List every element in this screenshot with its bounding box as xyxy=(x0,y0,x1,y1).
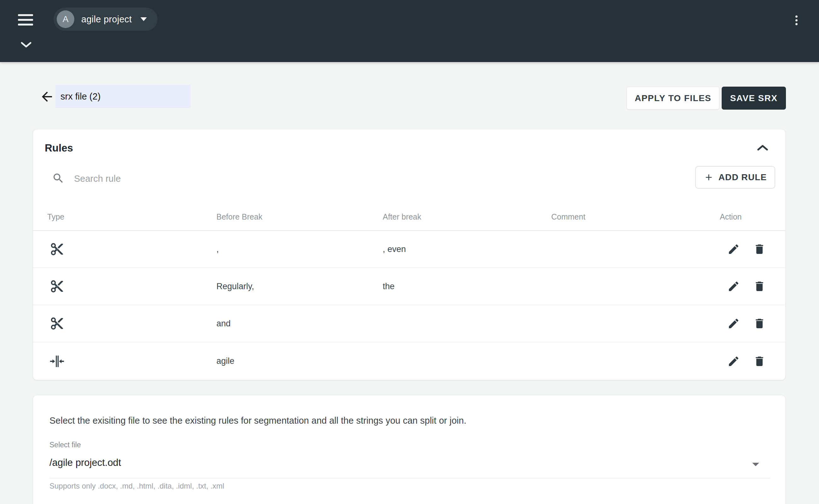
add-rule-button[interactable]: ADD RULE xyxy=(695,166,775,189)
expand-header-chevron-icon[interactable] xyxy=(19,40,33,50)
save-srx-button[interactable]: SAVE SRX xyxy=(722,87,786,110)
srx-title-field[interactable]: srx file (2) xyxy=(55,85,191,108)
rules-table: Type Before Break After break Comment Ac… xyxy=(33,203,785,380)
plus-icon xyxy=(704,172,714,182)
delete-rule-button[interactable] xyxy=(753,317,766,330)
edit-rule-button[interactable] xyxy=(727,242,741,256)
dropdown-arrow-icon xyxy=(752,463,759,466)
delete-rule-button[interactable] xyxy=(753,354,766,368)
before-break-value: agile xyxy=(216,356,383,366)
col-header-action: Action xyxy=(720,212,785,221)
select-file-label: Select file xyxy=(49,441,81,449)
edit-rule-button[interactable] xyxy=(727,279,741,293)
search-rule-input[interactable] xyxy=(74,170,301,187)
before-break-value: and xyxy=(216,319,383,329)
rule-row: Regularly, the xyxy=(33,268,785,305)
project-name: agile project xyxy=(81,14,132,25)
back-arrow-icon[interactable] xyxy=(39,89,55,105)
add-rule-label: ADD RULE xyxy=(719,172,767,182)
search-icon xyxy=(52,172,65,186)
chevron-down-icon xyxy=(140,17,147,21)
select-underline xyxy=(49,478,770,478)
rule-row: agile xyxy=(33,342,785,380)
apply-to-files-button[interactable]: APPLY TO FILES xyxy=(627,87,719,110)
delete-rule-button[interactable] xyxy=(753,279,766,293)
col-header-type: Type xyxy=(47,212,216,221)
before-break-value: , xyxy=(216,244,383,254)
more-options-icon[interactable] xyxy=(790,13,803,27)
col-header-after: After break xyxy=(383,212,551,221)
file-card-description: Select the exisiting file to see the exi… xyxy=(49,415,466,426)
file-select-dropdown[interactable]: /agile project.odt xyxy=(49,457,770,478)
after-break-value: the xyxy=(383,282,551,291)
col-header-comment: Comment xyxy=(551,212,720,221)
rules-table-header: Type Before Break After break Comment Ac… xyxy=(33,203,785,231)
before-break-value: Regularly, xyxy=(216,282,383,291)
project-avatar: A xyxy=(57,10,74,28)
delete-rule-button[interactable] xyxy=(753,242,766,256)
edit-rule-button[interactable] xyxy=(727,317,741,330)
rule-row: and xyxy=(33,305,785,342)
edit-rule-button[interactable] xyxy=(727,354,741,368)
col-header-before: Before Break xyxy=(216,212,383,221)
split-rule-icon xyxy=(50,316,64,331)
rules-card-title: Rules xyxy=(45,142,73,154)
selected-file-value: /agile project.odt xyxy=(49,457,121,468)
after-break-value: , even xyxy=(383,244,551,254)
rule-row: , , even xyxy=(33,231,785,268)
project-switcher[interactable]: A agile project xyxy=(54,8,157,31)
rules-card: Rules ADD RULE Type Before Break After b… xyxy=(33,129,785,380)
file-select-card: Select the exisiting file to see the exi… xyxy=(33,395,785,504)
menu-icon[interactable] xyxy=(18,14,33,26)
collapse-rules-chevron-icon[interactable] xyxy=(754,140,771,155)
supported-formats-text: Supports only .docx, .md, .html, .dita, … xyxy=(49,482,224,490)
page-title: srx file (2) xyxy=(60,91,100,102)
split-rule-icon xyxy=(50,242,64,256)
join-rule-icon xyxy=(50,354,64,369)
app-header: A agile project xyxy=(0,0,819,62)
split-rule-icon xyxy=(50,279,64,294)
